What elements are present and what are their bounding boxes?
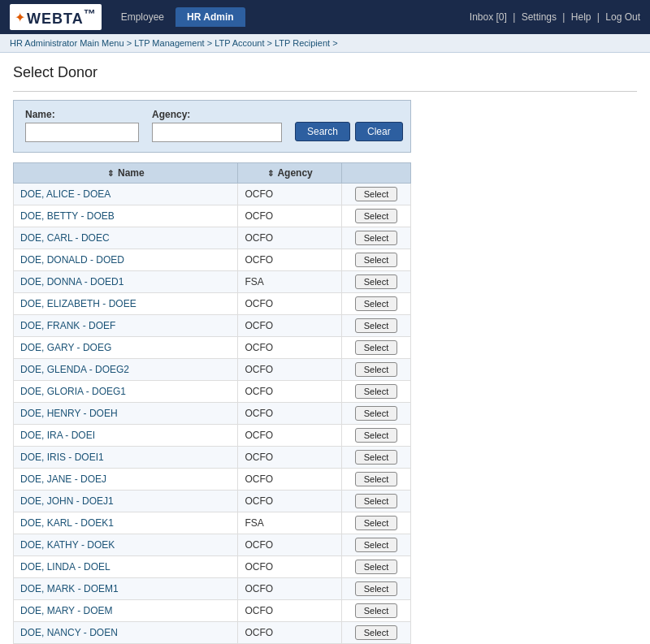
cell-name: DOE, IRIS - DOEI1 (14, 447, 238, 469)
select-button[interactable]: Select (355, 603, 398, 618)
name-input[interactable] (25, 123, 139, 142)
cell-agency: OCFO (238, 293, 342, 315)
clear-button[interactable]: Clear (355, 122, 403, 141)
table-row: DOE, CARL - DOECOCFOSelect (14, 227, 411, 249)
table-header: ⇕ Name ⇕ Agency (14, 163, 411, 184)
select-button[interactable]: Select (355, 253, 398, 267)
breadcrumb: HR Administrator Main Menu > LTP Managem… (0, 34, 650, 53)
cell-name: DOE, KARL - DOEK1 (14, 512, 238, 534)
select-button[interactable]: Select (355, 516, 398, 530)
select-button[interactable]: Select (355, 274, 398, 289)
table-row: DOE, IRIS - DOEI1OCFOSelect (14, 447, 411, 469)
table-body: DOE, ALICE - DOEAOCFOSelectDOE, BETTY - … (14, 184, 411, 645)
select-button[interactable]: Select (355, 318, 398, 333)
agency-label: Agency: (152, 109, 282, 120)
cell-name: DOE, KATHY - DOEK (14, 534, 238, 556)
table-row: DOE, IRA - DOEIOCFOSelect (14, 425, 411, 447)
cell-action: Select (341, 556, 410, 578)
cell-agency: FSA (238, 271, 342, 293)
cell-action: Select (341, 622, 410, 644)
cell-name: DOE, LINDA - DOEL (14, 556, 238, 578)
cell-name: DOE, IRA - DOEI (14, 425, 238, 447)
main-nav: Employee HR Admin (110, 7, 245, 27)
cell-name: DOE, ELIZABETH - DOEE (14, 293, 238, 315)
select-button[interactable]: Select (355, 187, 398, 201)
cell-agency: OCFO (238, 315, 342, 337)
table-row: DOE, JANE - DOEJOCFOSelect (14, 469, 411, 491)
cell-name: DOE, DONNA - DOED1 (14, 271, 238, 293)
select-button[interactable]: Select (355, 538, 398, 552)
table-row: DOE, ELIZABETH - DOEEOCFOSelect (14, 293, 411, 315)
select-button[interactable]: Select (355, 560, 398, 574)
cell-agency: OCFO (238, 578, 342, 600)
search-button[interactable]: Search (295, 122, 350, 141)
cell-agency: OCFO (238, 249, 342, 271)
cell-action: Select (341, 403, 410, 425)
select-button[interactable]: Select (355, 340, 398, 355)
table-row: DOE, GARY - DOEGOCFOSelect (14, 337, 411, 359)
settings-link[interactable]: Settings (522, 11, 557, 23)
select-button[interactable]: Select (355, 296, 398, 311)
cell-agency: OCFO (238, 227, 342, 249)
table-row: DOE, NANCY - DOENOCFOSelect (14, 622, 411, 644)
table-row: DOE, BETTY - DOEBOCFOSelect (14, 205, 411, 227)
select-button[interactable]: Select (355, 209, 398, 223)
cell-name: DOE, JOHN - DOEJ1 (14, 491, 238, 512)
agency-input[interactable] (152, 123, 282, 142)
tab-employee[interactable]: Employee (110, 7, 176, 27)
cell-name: DOE, FRANK - DOEF (14, 315, 238, 337)
cell-action: Select (341, 534, 410, 556)
col-header-agency[interactable]: ⇕ Agency (238, 163, 342, 184)
cell-action: Select (341, 512, 410, 534)
cell-agency: OCFO (238, 205, 342, 227)
select-button[interactable]: Select (355, 428, 398, 443)
select-button[interactable]: Select (355, 494, 398, 508)
help-link[interactable]: Help (571, 11, 592, 23)
select-button[interactable]: Select (355, 581, 398, 596)
name-label: Name: (25, 109, 139, 120)
cell-action: Select (341, 447, 410, 469)
cell-agency: OCFO (238, 491, 342, 512)
breadcrumb-ltp-account[interactable]: LTP Account (214, 38, 264, 48)
cell-agency: OCFO (238, 403, 342, 425)
logo-text: WEBTA™ (27, 6, 97, 28)
cell-agency: OCFO (238, 622, 342, 644)
cell-action: Select (341, 249, 410, 271)
cell-agency: OCFO (238, 359, 342, 381)
results-table: ⇕ Name ⇕ Agency DOE, ALICE - DOEAOCFOSel… (13, 162, 411, 644)
select-button[interactable]: Select (355, 625, 398, 640)
table-row: DOE, GLENDA - DOEG2OCFOSelect (14, 359, 411, 381)
select-button[interactable]: Select (355, 406, 398, 421)
select-button[interactable]: Select (355, 231, 398, 245)
table-row: DOE, ALICE - DOEAOCFOSelect (14, 184, 411, 205)
cell-action: Select (341, 315, 410, 337)
select-button[interactable]: Select (355, 472, 398, 486)
cell-name: DOE, CARL - DOEC (14, 227, 238, 249)
cell-name: DOE, DONALD - DOED (14, 249, 238, 271)
cell-agency: OCFO (238, 469, 342, 491)
table-row: DOE, MARY - DOEMOCFOSelect (14, 600, 411, 622)
cell-name: DOE, GARY - DOEG (14, 337, 238, 359)
cell-name: DOE, HENRY - DOEH (14, 403, 238, 425)
cell-agency: OCFO (238, 425, 342, 447)
select-button[interactable]: Select (355, 450, 398, 465)
cell-action: Select (341, 227, 410, 249)
table-row: DOE, KARL - DOEK1FSASelect (14, 512, 411, 534)
logo-tm: ™ (84, 6, 97, 20)
cell-action: Select (341, 600, 410, 622)
tab-hradmin[interactable]: HR Admin (176, 7, 245, 27)
col-header-name[interactable]: ⇕ Name (14, 163, 238, 184)
breadcrumb-ltp-management[interactable]: LTP Management (134, 38, 204, 48)
logout-link[interactable]: Log Out (605, 11, 640, 23)
form-buttons: Search Clear (295, 122, 403, 142)
breadcrumb-home[interactable]: HR Administrator Main Menu (10, 38, 124, 48)
cell-action: Select (341, 205, 410, 227)
sort-name-icon: ⇕ (107, 169, 114, 178)
select-button[interactable]: Select (355, 362, 398, 377)
cell-agency: OCFO (238, 381, 342, 403)
breadcrumb-ltp-recipient[interactable]: LTP Recipient (275, 38, 330, 48)
inbox-link[interactable]: Inbox [0] (470, 11, 507, 23)
select-button[interactable]: Select (355, 384, 398, 399)
cell-action: Select (341, 578, 410, 600)
cell-action: Select (341, 425, 410, 447)
